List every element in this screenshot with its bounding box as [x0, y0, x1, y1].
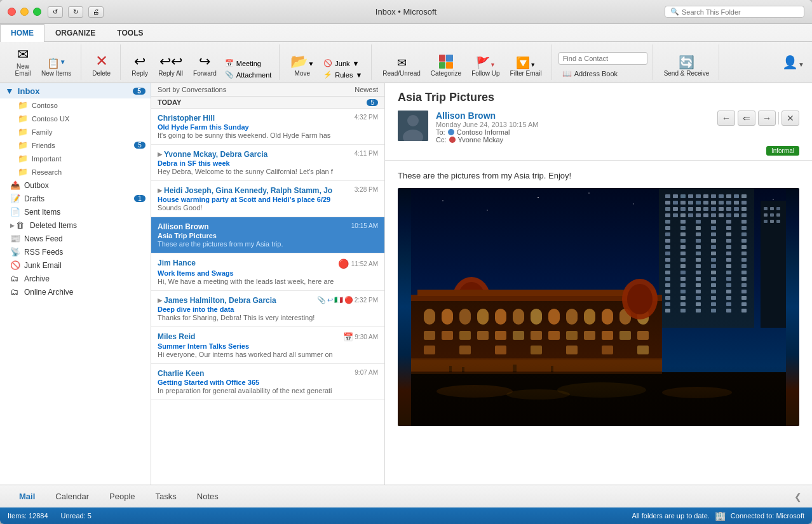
sidebar-item-junk[interactable]: 🚫 Junk Email [0, 259, 151, 272]
svg-rect-91 [726, 252, 731, 255]
sidebar: ▼ Inbox 5 📁 Contoso 📁 Contoso UX 📁 Famil… [0, 83, 151, 485]
ribbon-group-new: ✉ NewEmail 📋▼ New Items [5, 44, 81, 80]
sidebar-item-contoso[interactable]: 📁 Contoso [0, 98, 151, 112]
message-item[interactable]: ▶ Yvonne Mckay, Debra Garcia 4:11 PM Deb… [151, 145, 384, 181]
svg-rect-137 [696, 302, 701, 306]
close-button[interactable] [8, 8, 16, 16]
next-button[interactable]: → [758, 111, 776, 126]
online-archive-icon: 🗂 [10, 287, 20, 297]
inbox-folder[interactable]: ▼ Inbox 5 [0, 83, 151, 98]
address-book-button[interactable]: 📖 Address Book [558, 67, 647, 80]
move-button[interactable]: 📂▼ Move [286, 51, 318, 80]
reply-button[interactable]: ↩ Reply [127, 51, 152, 80]
message-item[interactable]: ▶ James Halmilton, Debra Garcia 📎 ↩ 🇮🇹 🔴… [151, 291, 384, 327]
send-receive-button[interactable]: 🔄 Send & Receive [660, 53, 714, 80]
sidebar-item-drafts[interactable]: 📝 Drafts 1 [0, 192, 151, 205]
sidebar-item-outbox[interactable]: 📤 Outbox [0, 178, 151, 192]
folder-icon: 📁 [18, 140, 28, 150]
new-email-button[interactable]: ✉ NewEmail [10, 44, 36, 80]
tab-home[interactable]: HOME [0, 24, 44, 42]
nav-people[interactable]: People [100, 489, 144, 504]
svg-rect-182 [548, 331, 560, 340]
inbox-expand-icon: ▼ [5, 86, 14, 96]
minimize-button[interactable] [20, 8, 29, 16]
sidebar-item-rss[interactable]: 📡 RSS Feeds [0, 245, 151, 259]
svg-rect-162 [424, 309, 435, 325]
svg-rect-28 [696, 201, 701, 205]
print-button[interactable]: 🖨 [88, 6, 104, 18]
sidebar-item-research[interactable]: 📁 Research [0, 165, 151, 178]
message-item[interactable]: ▶ Heidi Joseph, Gina Kennedy, Ralph Stam… [151, 181, 384, 217]
message-item[interactable]: Charlie Keen 9:07 AM Getting Started wit… [151, 364, 384, 400]
filter-email-button[interactable]: 🔽▼ Filter Email [506, 54, 546, 80]
categorize-button[interactable]: Categorize [426, 51, 466, 80]
sidebar-item-label: Online Archive [24, 288, 145, 297]
tab-tools[interactable]: TOOLS [106, 24, 154, 41]
sidebar-item-deleted[interactable]: ▶ 🗑 Deleted Items [0, 218, 151, 232]
svg-rect-89 [696, 252, 701, 255]
tab-organize[interactable]: ORGANIZE [44, 24, 106, 41]
main-area: ▼ Inbox 5 📁 Contoso 📁 Contoso UX 📁 Famil… [0, 83, 812, 485]
find-contact-input[interactable] [558, 52, 647, 65]
sidebar-item-important[interactable]: 📁 Important [0, 152, 151, 165]
svg-rect-175 [424, 331, 435, 340]
delete-button[interactable]: ✕ Delete [88, 50, 115, 80]
ribbon: HOME ORGANIZE TOOLS ✉ NewEmail 📋▼ New It… [0, 24, 812, 83]
sidebar-item-sent[interactable]: 📄 Sent Items [0, 205, 151, 218]
sort-button[interactable]: Sort by Conversations [158, 86, 226, 93]
message-item[interactable]: Miles Reid 📅 9:30 AM Summer Intern Talks… [151, 327, 384, 364]
sidebar-item-online-archive[interactable]: 🗂 Online Archive [0, 285, 151, 299]
forward-history-button[interactable]: ↻ [68, 6, 83, 18]
nav-notes[interactable]: Notes [188, 489, 227, 504]
newest-button[interactable]: Newest [355, 86, 378, 93]
svg-rect-42 [719, 207, 724, 211]
read-unread-button[interactable]: ✉ Read/Unread [378, 54, 424, 80]
close-reading-button[interactable]: ✕ [782, 111, 799, 126]
svg-rect-16 [688, 194, 693, 198]
delete-icon: ✕ [95, 53, 108, 69]
ribbon-content: ✉ NewEmail 📋▼ New Items ✕ Delete ↩ [0, 42, 812, 83]
forward-button[interactable]: ↪ Forward [189, 51, 221, 80]
msg-preview: It's going to be sunny this weekend. Old… [158, 131, 361, 139]
rules-button[interactable]: ⚡ Rules ▼ [320, 69, 366, 80]
sidebar-item-news-feed[interactable]: 📰 News Feed [0, 232, 151, 245]
sidebar-item-family[interactable]: 📁 Family [0, 125, 151, 138]
sidebar-item-contoso-ux[interactable]: 📁 Contoso UX [0, 112, 151, 125]
meeting-button[interactable]: 📅 Meeting [222, 58, 274, 69]
sidebar-item-archive[interactable]: 🗂 Archive [0, 272, 151, 285]
nav-mail[interactable]: Mail [10, 489, 44, 504]
all-button[interactable]: ⇐ [738, 111, 755, 126]
svg-point-196 [627, 284, 653, 314]
svg-rect-70 [680, 232, 686, 236]
msg-preview: Hey Debra, Welcome to the sunny Californ… [158, 168, 361, 175]
svg-rect-183 [566, 331, 578, 340]
reply-all-button[interactable]: ↩↩ Reply All [154, 51, 187, 80]
svg-rect-75 [665, 239, 670, 243]
message-item[interactable]: Christopher Hill 4:32 PM Old Hyde Farm t… [151, 109, 384, 145]
nav-collapse-button[interactable]: ❮ [794, 492, 802, 502]
prev-button[interactable]: ← [717, 111, 735, 126]
maximize-button[interactable] [33, 8, 41, 16]
new-items-button[interactable]: 📋▼ New Items [37, 55, 76, 80]
msg-sender: Jim Hance [158, 259, 196, 267]
message-item-selected[interactable]: Allison Brown 10:15 AM Asia Trip Picture… [151, 217, 384, 253]
follow-up-button[interactable]: 🚩▼ Follow Up [467, 54, 504, 80]
nav-tasks[interactable]: Tasks [147, 489, 186, 504]
junk-button[interactable]: 🚫 Junk ▼ [320, 58, 366, 69]
svg-rect-60 [711, 220, 716, 224]
user-icon[interactable]: 👤▼ [782, 55, 804, 70]
send-receive-label: Send & Receive [664, 70, 710, 77]
svg-rect-99 [665, 264, 670, 268]
search-input[interactable] [682, 8, 790, 16]
sidebar-item-friends[interactable]: 📁 Friends 5 [0, 138, 151, 152]
back-button[interactable]: ↺ [48, 6, 63, 18]
attachment-button[interactable]: 📎 Attachment [222, 69, 274, 80]
svg-rect-94 [680, 258, 686, 262]
message-list: Sort by Conversations Newest TODAY 5 Chr… [151, 83, 385, 485]
svg-rect-86 [741, 245, 747, 249]
message-item[interactable]: Jim Hance 🔴 11:52 AM Work Items and Swag… [151, 253, 384, 291]
nav-calendar[interactable]: Calendar [46, 489, 98, 504]
svg-rect-33 [734, 201, 739, 205]
msg-sender: ▶ Heidi Joseph, Gina Kennedy, Ralph Stam… [158, 186, 332, 195]
svg-rect-29 [703, 201, 708, 205]
